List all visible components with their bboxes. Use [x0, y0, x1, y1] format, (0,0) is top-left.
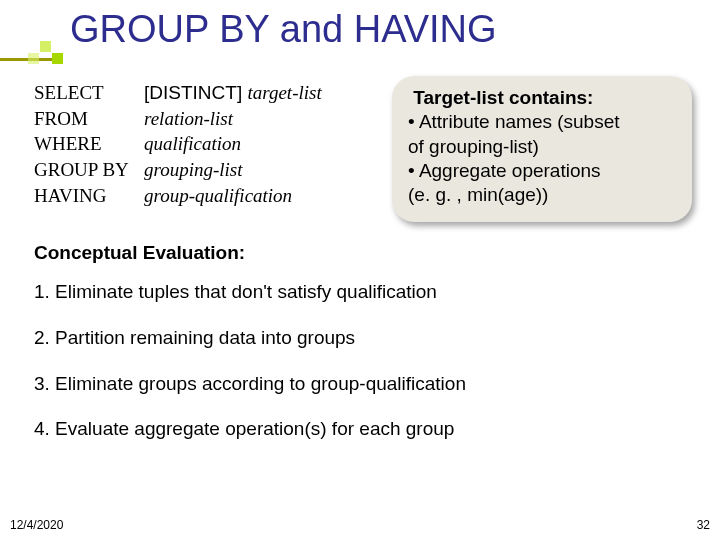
sql-keyword: WHERE	[34, 131, 144, 157]
sql-placeholder: target-list	[247, 82, 321, 103]
syntax-row: WHERE qualification	[34, 131, 364, 157]
sql-placeholder: group-qualification	[144, 183, 292, 209]
syntax-row: HAVING group-qualification	[34, 183, 364, 209]
callout-line: (e. g. , min(age))	[408, 183, 678, 207]
accent-line	[0, 58, 52, 61]
list-item: 2. Partition remaining data into groups	[34, 326, 684, 350]
sql-keyword: GROUP BY	[34, 157, 144, 183]
sql-prefix: [DISTINCT]	[144, 82, 247, 103]
slide-title: GROUP BY and HAVING	[70, 8, 497, 51]
callout-box: Target-list contains: • Attribute names …	[392, 76, 692, 222]
section-heading: Conceptual Evaluation:	[34, 242, 245, 264]
sql-keyword: SELECT	[34, 80, 144, 106]
callout-line: of grouping-list)	[408, 135, 678, 159]
sql-placeholder: relation-list	[144, 106, 233, 132]
sql-syntax-block: SELECT [DISTINCT] target-list FROM relat…	[34, 80, 364, 208]
sql-keyword: FROM	[34, 106, 144, 132]
accent-square-icon	[28, 53, 39, 64]
syntax-row: FROM relation-list	[34, 106, 364, 132]
steps-list: 1. Eliminate tuples that don't satisfy q…	[34, 280, 684, 463]
accent-square-icon	[40, 41, 51, 52]
list-item: 1. Eliminate tuples that don't satisfy q…	[34, 280, 684, 304]
syntax-row: GROUP BY grouping-list	[34, 157, 364, 183]
footer-date: 12/4/2020	[10, 518, 63, 532]
syntax-row: SELECT [DISTINCT] target-list	[34, 80, 364, 106]
sql-keyword: HAVING	[34, 183, 144, 209]
callout-line: • Aggregate operations	[408, 159, 678, 183]
sql-placeholder: qualification	[144, 131, 241, 157]
callout-heading: Target-list contains:	[408, 86, 678, 110]
list-item: 4. Evaluate aggregate operation(s) for e…	[34, 417, 684, 441]
slide: GROUP BY and HAVING SELECT [DISTINCT] ta…	[0, 0, 720, 540]
footer-page-number: 32	[697, 518, 710, 532]
sql-placeholder: grouping-list	[144, 157, 243, 183]
accent-square-icon	[52, 53, 63, 64]
callout-line: • Attribute names (subset	[408, 110, 678, 134]
syntax-arg-wrap: [DISTINCT] target-list	[144, 80, 322, 106]
list-item: 3. Eliminate groups according to group-q…	[34, 372, 684, 396]
